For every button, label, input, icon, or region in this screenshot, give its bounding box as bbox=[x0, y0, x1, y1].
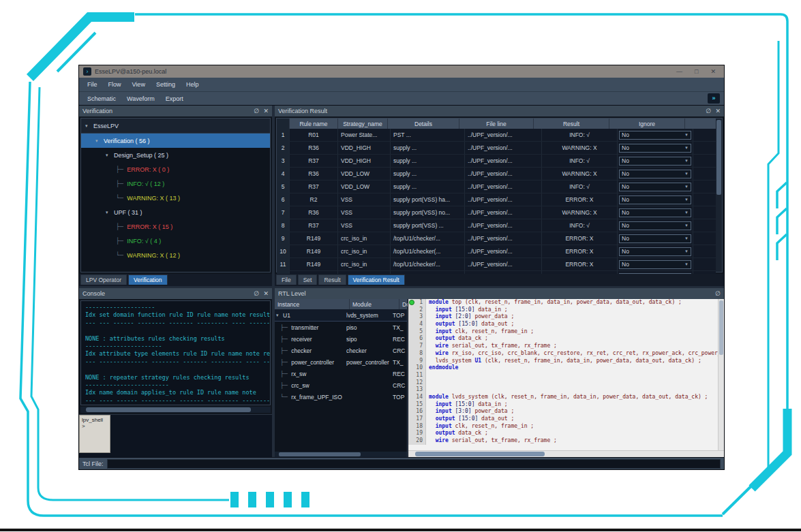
code-line[interactable]: 10endmodule bbox=[408, 364, 718, 372]
caret-down-icon[interactable]: ▾ bbox=[85, 123, 93, 129]
code-line[interactable]: 9 lvds_system U1 (clk, reset_n, frame_in… bbox=[408, 358, 718, 365]
tab-verification-result[interactable]: Verification Result bbox=[348, 275, 405, 285]
maximize-button[interactable]: □ bbox=[695, 68, 698, 75]
code-hscrollbar[interactable] bbox=[408, 450, 724, 457]
minimize-button[interactable]: — bbox=[676, 68, 682, 75]
toolbar-item-schematic[interactable]: Schematic bbox=[82, 94, 121, 104]
caret-down-icon[interactable]: ▾ bbox=[95, 138, 104, 144]
table-row[interactable]: 3R37VDD_HIGHsupply ...../UPF_version/...… bbox=[277, 155, 716, 168]
rtl-tree-row[interactable]: └─ rx_frame_UPF_ISOTOP bbox=[275, 391, 407, 403]
column-header[interactable]: Ignore bbox=[609, 119, 685, 129]
close-button[interactable]: ✕ bbox=[710, 68, 716, 75]
close-panel-icon[interactable]: ✕ bbox=[715, 108, 721, 114]
tab-file[interactable]: File bbox=[276, 275, 297, 285]
rtl-tree-hscrollbar[interactable] bbox=[275, 452, 407, 457]
ignore-combobox[interactable]: No▼ bbox=[619, 157, 691, 166]
tree-item[interactable]: ├─ ERROR: X ( 15 ) bbox=[81, 219, 270, 234]
float-panel-icon[interactable]: ∅ bbox=[254, 290, 260, 297]
shell-prompt[interactable]: lpv_shell > bbox=[79, 415, 110, 453]
tree-item[interactable]: ▾EsseLPV bbox=[81, 119, 270, 134]
ignore-combobox[interactable]: No▼ bbox=[619, 247, 691, 256]
table-row[interactable]: 1R01Power State...PST ...../UPF_version/… bbox=[277, 129, 716, 142]
tab-verification[interactable]: Verification bbox=[128, 275, 168, 285]
code-line[interactable]: 15 input [15:0] data_in ; bbox=[408, 401, 718, 409]
code-line[interactable]: 14module lvds_system (clk, reset_n, fram… bbox=[408, 394, 718, 401]
rtl-tree-row[interactable]: ├─ checkercheckerCRC bbox=[275, 345, 407, 356]
ignore-combobox[interactable]: No▼ bbox=[619, 183, 691, 191]
float-panel-icon[interactable]: ∅ bbox=[715, 290, 721, 297]
code-line[interactable]: 6 output data_ck ; bbox=[408, 335, 718, 343]
table-row[interactable]: 9R149crc_iso_in/top/U1/checker/...../UPF… bbox=[277, 232, 716, 245]
close-panel-icon[interactable]: ✕ bbox=[263, 290, 269, 297]
rtl-column-header[interactable]: Instance bbox=[275, 299, 350, 309]
code-line[interactable]: 16 input [3:0] power_data ; bbox=[408, 408, 718, 416]
table-row[interactable]: 5R37VDD_LOWsupply ...../UPF_version/...I… bbox=[277, 181, 716, 193]
rtl-tree-row[interactable]: ├─ receiversipoREC bbox=[275, 333, 407, 345]
console-output[interactable]: -------------------- Idx set domain func… bbox=[81, 301, 270, 405]
ignore-combobox[interactable]: No▼ bbox=[619, 195, 691, 204]
tree-item[interactable]: ▾Verification ( 56 ) bbox=[81, 134, 270, 148]
code-line[interactable]: 11 bbox=[408, 372, 718, 379]
tab-lpv-operator[interactable]: LPV Operator bbox=[80, 275, 127, 285]
code-line[interactable]: 12 bbox=[408, 379, 718, 387]
rtl-tree-row[interactable]: ├─ crc_swCRC bbox=[275, 379, 407, 391]
ignore-combobox[interactable]: No▼ bbox=[619, 144, 691, 153]
column-header[interactable]: Strategy_name bbox=[338, 119, 388, 129]
title-bar[interactable]: › EsseLPV@a150-peu.local — □ ✕ bbox=[79, 65, 724, 78]
table-row[interactable]: 8R37VSSsupply port(VSS) ...../UPF_versio… bbox=[277, 219, 716, 232]
column-header[interactable]: File line bbox=[459, 119, 534, 129]
ignore-combobox[interactable]: No▼ bbox=[619, 221, 691, 230]
toolbar-item-waveform[interactable]: Waveform bbox=[121, 94, 160, 104]
close-panel-icon[interactable]: ✕ bbox=[263, 108, 269, 114]
ignore-combobox[interactable]: No▼ bbox=[619, 234, 691, 243]
code-vscrollbar[interactable] bbox=[718, 299, 724, 450]
menu-item-flow[interactable]: Flow bbox=[103, 80, 127, 89]
tree-item[interactable]: ├─ INFO: √ ( 4 ) bbox=[81, 234, 270, 248]
ignore-combobox[interactable]: No▼ bbox=[619, 260, 691, 269]
tcl-file-input[interactable] bbox=[107, 459, 721, 469]
ignore-combobox[interactable]: No▼ bbox=[619, 170, 691, 178]
console-hscrollbar[interactable] bbox=[80, 407, 271, 413]
code-line[interactable]: 13 bbox=[408, 386, 718, 394]
code-line[interactable]: 19 output data_ck ; bbox=[408, 430, 718, 437]
table-row[interactable]: 4R36VDD_LOWsupply ...../UPF_version/...W… bbox=[277, 168, 716, 181]
code-line[interactable]: 20 wire serial_out, tx_frame, rx_frame ; bbox=[408, 437, 718, 445]
table-row[interactable]: 2R36VDD_HIGHsupply ...../UPF_version/...… bbox=[277, 142, 716, 155]
tree-item[interactable]: ├─ ERROR: X ( 0 ) bbox=[81, 162, 270, 176]
code-line[interactable]: 8 wire rx_iso, crc_iso, crc_blank, crc_r… bbox=[408, 350, 718, 358]
code-line[interactable]: 1module top (clk, reset_n, frame_in, dat… bbox=[408, 299, 718, 307]
table-row[interactable]: 10R149crc_iso_in/top/U1/checker(...../UP… bbox=[277, 245, 716, 258]
code-line[interactable]: 18 input clk, reset_n, frame_in ; bbox=[408, 423, 718, 431]
tree-item[interactable]: ▾Design_Setup ( 25 ) bbox=[81, 148, 270, 162]
menu-item-view[interactable]: View bbox=[127, 80, 151, 89]
rtl-tree-row[interactable]: ├─ power_controllerpower_controllerTX_ bbox=[275, 356, 407, 368]
rtl-tree-row[interactable]: ├─ transmitterpisoTX_ bbox=[275, 322, 407, 333]
result-table-vscrollbar[interactable] bbox=[716, 119, 722, 272]
code-line[interactable]: 4 output [15:0] data_out ; bbox=[408, 321, 718, 328]
code-line[interactable]: 17 output [15:0] data_out ; bbox=[408, 416, 718, 423]
caret-down-icon[interactable]: ▾ bbox=[106, 210, 114, 215]
menu-item-file[interactable]: File bbox=[82, 80, 103, 89]
tab-set[interactable]: Set bbox=[298, 275, 318, 285]
tab-result[interactable]: Result bbox=[318, 275, 346, 285]
code-line[interactable]: 2 input [15:0] data_in ; bbox=[408, 307, 718, 314]
code-line[interactable]: 7 wire serial_out, tx_frame, rx_frame ; bbox=[408, 343, 718, 350]
code-line[interactable]: 3 input [2:0] power_data ; bbox=[408, 313, 718, 321]
toolbar-item-export[interactable]: Export bbox=[160, 94, 189, 104]
caret-down-icon[interactable]: ▾ bbox=[275, 313, 283, 318]
menu-item-help[interactable]: Help bbox=[181, 80, 205, 89]
table-row[interactable]: 6R2VSSsupply port(VSS) ha...../UPF_versi… bbox=[277, 193, 716, 206]
tree-item[interactable]: ├─ INFO: √ ( 12 ) bbox=[81, 176, 270, 191]
menu-item-setting[interactable]: Setting bbox=[151, 80, 181, 89]
table-row[interactable]: 11R149crc_iso_in/top/U1/checker/...../UP… bbox=[277, 258, 716, 271]
code-lines[interactable]: 1module top (clk, reset_n, frame_in, dat… bbox=[408, 299, 718, 450]
code-line[interactable]: 5 input clk, reset_n, frame_in ; bbox=[408, 328, 718, 336]
table-row[interactable]: 7R36VSSsupply port(VSS) no...../UPF_vers… bbox=[277, 206, 716, 219]
caret-down-icon[interactable]: ▾ bbox=[106, 153, 114, 158]
column-header[interactable]: Rule name bbox=[290, 119, 338, 129]
tree-item[interactable]: └─ WARNING: X ( 13 ) bbox=[81, 191, 270, 205]
tree-item[interactable]: └─ WARNING: X ( 12 ) bbox=[81, 248, 270, 262]
rtl-column-header[interactable]: Module bbox=[350, 299, 399, 309]
rtl-tree-row[interactable]: ▾U1lvds_systemTOP bbox=[275, 309, 407, 322]
column-header[interactable]: Result bbox=[534, 119, 609, 129]
